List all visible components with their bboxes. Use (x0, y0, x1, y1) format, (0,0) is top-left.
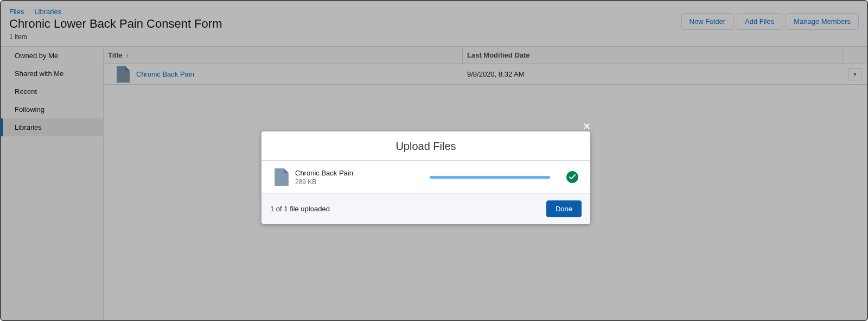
modal-close-button[interactable]: ✕ (582, 122, 591, 131)
modal-title: Upload Files (261, 131, 590, 161)
upload-file-info: Chronic Back Pain 289 KB (295, 169, 414, 186)
modal-footer: 1 of 1 file uploaded Done (261, 194, 590, 224)
upload-files-modal: ✕ Upload Files Chronic Back Pain 289 KB … (261, 131, 590, 224)
upload-file-size: 289 KB (295, 178, 414, 186)
upload-file-name: Chronic Back Pain (295, 169, 414, 177)
upload-progress-bar (430, 176, 550, 179)
file-icon (273, 168, 289, 186)
upload-status-text: 1 of 1 file uploaded (270, 205, 330, 213)
upload-row: Chronic Back Pain 289 KB (261, 161, 590, 194)
done-button[interactable]: Done (546, 200, 582, 217)
upload-success-icon (566, 171, 578, 183)
close-icon: ✕ (583, 121, 591, 133)
